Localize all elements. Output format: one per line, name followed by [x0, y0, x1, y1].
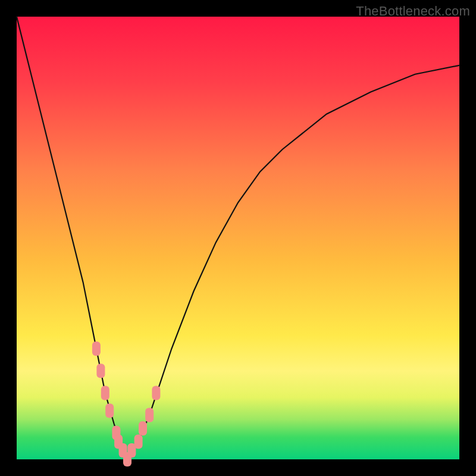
- highlight-marker: [145, 408, 154, 422]
- curve-layer: [17, 17, 459, 459]
- highlight-marker: [134, 434, 143, 449]
- marker-layer: [92, 342, 161, 466]
- highlight-marker: [92, 342, 101, 356]
- highlight-marker: [101, 386, 109, 400]
- chart-svg: [17, 17, 459, 459]
- plot-area: [17, 17, 459, 459]
- bottleneck-curve-path: [17, 17, 459, 459]
- highlight-marker: [96, 364, 105, 378]
- highlight-marker: [152, 386, 160, 400]
- highlight-marker: [139, 421, 147, 436]
- watermark-text: TheBottleneck.com: [356, 4, 470, 19]
- highlight-marker: [105, 403, 114, 418]
- chart-frame: TheBottleneck.com: [0, 0, 476, 476]
